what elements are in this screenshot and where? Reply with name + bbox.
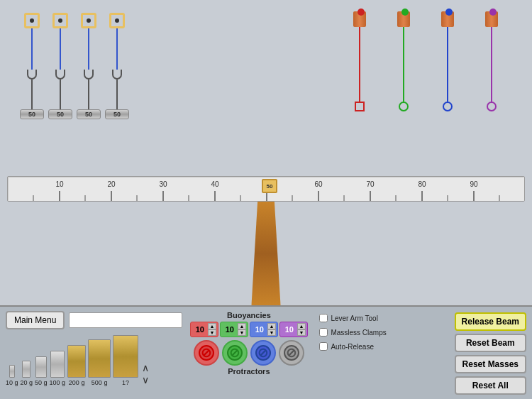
hanger-box-3	[81, 13, 96, 28]
buoyancy-up-1[interactable]: ▲	[208, 323, 216, 329]
buoyancy-up-4[interactable]: ▲	[297, 323, 306, 329]
svg-text:60: 60	[314, 180, 323, 188]
hanger-box-1	[24, 13, 40, 28]
buoyancy-input-3[interactable]	[252, 323, 267, 336]
lever-arm-tool-input[interactable]	[319, 314, 328, 322]
hanger-weight-4: 50	[105, 109, 129, 119]
buoyancy-input-2[interactable]	[222, 323, 238, 336]
svg-text:90: 90	[470, 180, 478, 188]
pendulum-4[interactable]	[485, 11, 498, 111]
svg-text:10: 10	[55, 180, 64, 188]
reset-beam-button[interactable]: Reset Beam	[455, 334, 526, 352]
hanger-hook-3	[84, 70, 94, 80]
hanger-3[interactable]: 50	[77, 13, 101, 119]
mass-50g[interactable]: 50 g	[35, 356, 48, 386]
arrow-up[interactable]: ∧	[142, 362, 149, 374]
pendulum-string-4	[491, 27, 492, 102]
reset-masses-button[interactable]: Reset Masses	[455, 355, 526, 373]
mass-10g-label: 10 g	[6, 379, 18, 386]
hanger-line-2b	[60, 80, 61, 109]
buoyancies-label: Buoyancies	[227, 311, 271, 319]
svg-text:20: 20	[107, 180, 116, 188]
svg-text:70: 70	[366, 180, 375, 188]
hanger-line-4	[116, 28, 118, 70]
hanger-hook-2	[55, 70, 65, 80]
buoyancy-down-4[interactable]: ▼	[297, 329, 306, 336]
hanger-line-4b	[116, 80, 118, 109]
pendulum-top-ball-1	[358, 9, 365, 16]
pendulum-top-ball-3	[445, 9, 453, 16]
protractors-label: Protractors	[228, 367, 270, 376]
pendulum-2[interactable]	[397, 11, 410, 111]
buoyancy-down-3[interactable]: ▼	[267, 329, 276, 336]
buoyancy-input-1[interactable]	[192, 323, 208, 336]
lever-arm-tool-label: Lever Arm Tool	[331, 315, 378, 322]
checkboxes-section: Lever Arm Tool Massless Clamps Auto-Rele…	[315, 314, 397, 351]
auto-release-label: Auto-Release	[331, 343, 374, 351]
arrow-down[interactable]: ∨	[142, 374, 149, 386]
buoyancy-controls-row: ▲ ▼ ▲ ▼ ▲ ▼	[190, 322, 308, 337]
pendulum-bob-4	[487, 102, 497, 111]
pendulum-string-3	[447, 27, 448, 102]
release-beam-button[interactable]: Release Beam	[455, 312, 526, 331]
buoyancies-section: Buoyancies ▲ ▼ ▲ ▼	[187, 311, 311, 376]
auto-release-input[interactable]	[319, 342, 328, 351]
protractors-row: ⊘ ⊘ ⊘ ⊘	[194, 340, 304, 366]
ruler: // This won't run inside SVG, ticks rend…	[7, 176, 525, 202]
mass-500g[interactable]: 500 g	[88, 339, 111, 386]
hanger-2[interactable]: 50	[48, 13, 72, 119]
hanger-weight-1: 50	[20, 109, 44, 119]
main-menu-button[interactable]: Main Menu	[6, 311, 65, 329]
mass-1kg-label: 1?	[122, 379, 129, 386]
scroll-arrows[interactable]: ∧ ∨	[142, 362, 149, 386]
mass-10g[interactable]: 10 g	[6, 365, 18, 386]
mass-100g[interactable]: 100 g	[50, 351, 66, 386]
buoyancy-up-3[interactable]: ▲	[267, 323, 276, 329]
pendulum-1[interactable]	[353, 11, 366, 111]
massless-clamps-input[interactable]	[319, 328, 328, 337]
svg-text:30: 30	[159, 180, 167, 188]
hanger-1[interactable]: 50	[20, 13, 44, 119]
mass-1kg[interactable]: 1?	[113, 335, 138, 386]
svg-text:40: 40	[211, 180, 219, 188]
buoyancy-down-2[interactable]: ▼	[238, 329, 246, 336]
massless-clamps-checkbox[interactable]: Massless Clamps	[319, 328, 392, 337]
protractor-1[interactable]: ⊘	[194, 340, 219, 366]
protractor-2[interactable]: ⊘	[222, 340, 248, 366]
hanger-line-1	[31, 28, 33, 70]
scene-name-input[interactable]	[69, 312, 182, 328]
protractor-3[interactable]: ⊘	[250, 340, 276, 366]
pendulum-top-ball-2	[401, 9, 409, 16]
pendulum-3[interactable]	[441, 11, 454, 111]
buoyancy-1: ▲ ▼	[190, 322, 218, 337]
pendulum-string-1	[359, 27, 360, 102]
hanger-4[interactable]: 50	[105, 13, 129, 119]
hanger-box-2	[52, 13, 68, 28]
mass-100g-label: 100 g	[50, 379, 66, 386]
toolbar: Main Menu 10 g 20 g 50 g 100 g	[0, 305, 532, 399]
hanger-hook-1	[27, 70, 37, 80]
mass-200g-label: 200 g	[69, 379, 85, 386]
buoyancy-4: ▲ ▼	[279, 322, 308, 337]
hanger-line-1b	[31, 80, 33, 109]
buoyancy-2: ▲ ▼	[220, 322, 248, 337]
mass-20g[interactable]: 20 g	[21, 361, 33, 386]
auto-release-checkbox[interactable]: Auto-Release	[319, 342, 392, 351]
hanger-weight-2: 50	[48, 109, 72, 119]
pivot-ruler-marker: 50	[262, 179, 277, 193]
reset-all-button[interactable]: Reset All	[455, 376, 526, 395]
hanger-weight-3: 50	[77, 109, 101, 119]
pendulum-top-ball-4	[489, 9, 497, 16]
buoyancy-up-2[interactable]: ▲	[238, 323, 246, 329]
mass-50g-label: 50 g	[35, 379, 48, 386]
svg-text:80: 80	[418, 180, 426, 188]
pendulum-string-2	[403, 27, 404, 102]
lever-arm-tool-checkbox[interactable]: Lever Arm Tool	[319, 314, 392, 322]
left-section: Main Menu 10 g 20 g 50 g 100 g	[6, 311, 182, 386]
buoyancy-down-1[interactable]: ▼	[208, 329, 216, 336]
mass-200g[interactable]: 200 g	[67, 345, 86, 386]
fulcrum	[247, 202, 285, 305]
hanger-line-3b	[88, 80, 89, 109]
protractor-4[interactable]: ⊘	[279, 340, 304, 366]
buoyancy-input-4[interactable]	[282, 323, 297, 336]
